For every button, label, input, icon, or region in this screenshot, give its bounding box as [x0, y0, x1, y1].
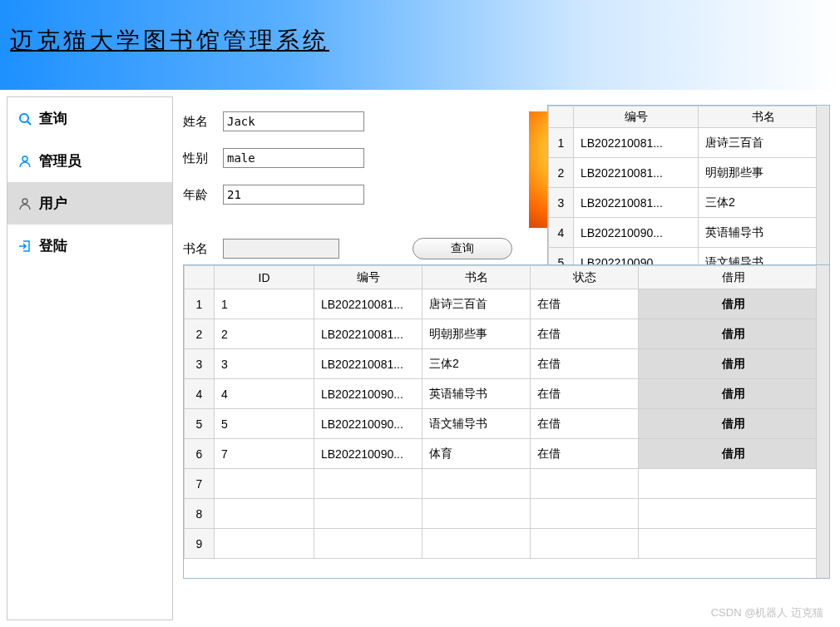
cell-code	[314, 499, 422, 529]
sidebar-item-search[interactable]: 查询	[7, 97, 172, 140]
table-row[interactable]: 3 3 LB202210081... 三体2 在借 借用	[185, 349, 829, 379]
svg-point-0	[20, 114, 28, 122]
cell-name: 明朝那些事	[422, 319, 531, 349]
row-index: 1	[185, 289, 215, 319]
name-label: 姓名	[183, 114, 216, 130]
table-row[interactable]: 1 1 LB202210081... 唐诗三百首 在借 借用	[185, 289, 829, 319]
cell-id: 1	[215, 289, 314, 319]
books-table: ID 编号 书名 状态 借用 1 1 LB202210081... 唐诗三百首 …	[183, 264, 830, 579]
borrow-button[interactable]: 借用	[639, 349, 829, 379]
table-row[interactable]: 7	[185, 469, 829, 499]
row-index: 2	[549, 158, 574, 188]
cell-code: LB202210090...	[314, 439, 422, 469]
table-row[interactable]: 4 LB202210090... 英语辅导书	[549, 218, 829, 248]
row-index: 2	[185, 319, 215, 349]
book-label: 书名	[183, 241, 216, 257]
table-row[interactable]: 6 7 LB202210090... 体育 在借 借用	[185, 439, 829, 469]
search-icon	[17, 111, 32, 126]
borrow-button[interactable]: 借用	[639, 439, 829, 469]
cell-name: 三体2	[699, 188, 829, 218]
cell-status	[531, 529, 639, 559]
borrow-button[interactable]: 借用	[639, 409, 829, 439]
row-index: 9	[185, 529, 215, 559]
borrow-button[interactable]: 借用	[639, 319, 829, 349]
table-row[interactable]: 5 5 LB202210090... 语文辅导书 在借 借用	[185, 409, 829, 439]
borrow-button[interactable]: 借用	[639, 379, 829, 409]
cell-code: LB202210090...	[574, 218, 699, 248]
row-index: 1	[549, 128, 574, 158]
cell-code	[314, 529, 422, 559]
table-row[interactable]: 8	[185, 499, 829, 529]
table-row[interactable]: 2 2 LB202210081... 明朝那些事 在借 借用	[185, 319, 829, 349]
sidebar-item-label: 管理员	[39, 151, 82, 170]
cell-name: 英语辅导书	[422, 379, 531, 409]
search-button[interactable]: 查询	[413, 238, 512, 259]
cell-code: LB202210081...	[314, 319, 422, 349]
col-code[interactable]: 编号	[314, 266, 422, 289]
table-row[interactable]: 2 LB202210081... 明朝那些事	[549, 158, 829, 188]
cell-id: 5	[215, 409, 314, 439]
cell-name: 英语辅导书	[699, 218, 829, 248]
col-borrow[interactable]: 借用	[639, 266, 829, 289]
table-corner	[185, 266, 215, 289]
gender-label: 性别	[183, 151, 216, 166]
cell-name: 唐诗三百首	[699, 128, 829, 158]
sidebar-item-label: 查询	[39, 109, 67, 128]
table-row[interactable]: 4 4 LB202210090... 英语辅导书 在借 借用	[185, 379, 829, 409]
gender-field[interactable]	[223, 148, 364, 168]
cell-name	[422, 469, 531, 499]
sidebar-item-login[interactable]: 登陆	[7, 225, 172, 267]
sidebar-item-admin[interactable]: 管理员	[7, 140, 172, 182]
sidebar: 查询 管理员 用户 登陆	[7, 96, 173, 620]
cell-id	[215, 529, 314, 559]
age-field[interactable]	[223, 185, 364, 205]
row-index: 8	[185, 499, 215, 529]
sidebar-item-label: 用户	[39, 194, 67, 213]
watermark: CSDN @机器人 迈克猫	[711, 605, 823, 620]
name-field[interactable]	[223, 111, 364, 131]
row-index: 7	[185, 469, 215, 499]
cell-name: 唐诗三百首	[422, 289, 531, 319]
cell-status: 在借	[531, 349, 639, 379]
table-row[interactable]: 9	[185, 529, 829, 559]
col-id[interactable]: ID	[215, 266, 314, 289]
row-index: 4	[185, 379, 215, 409]
cell-code	[314, 469, 422, 499]
cell-id	[215, 499, 314, 529]
scrollbar[interactable]	[816, 265, 829, 578]
cell-code: LB202210081...	[574, 158, 699, 188]
borrowed-books-table: 编号 书名 1 LB202210081... 唐诗三百首2 LB20221008…	[547, 105, 830, 279]
scrollbar[interactable]	[816, 106, 829, 279]
cell-name: 体育	[422, 439, 531, 469]
col-code[interactable]: 编号	[574, 106, 699, 128]
content: 姓名 性别 年龄 书名 查询	[176, 90, 840, 627]
cell-id: 3	[215, 349, 314, 379]
cell-id	[215, 469, 314, 499]
cell-status	[531, 499, 639, 529]
cell-status: 在借	[531, 289, 639, 319]
borrow-button[interactable]: 借用	[639, 289, 829, 319]
col-status[interactable]: 状态	[531, 266, 639, 289]
cell-code: LB202210090...	[314, 379, 422, 409]
table-row[interactable]: 1 LB202210081... 唐诗三百首	[549, 128, 829, 158]
cell-code: LB202210081...	[574, 128, 699, 158]
cell-code: LB202210081...	[314, 349, 422, 379]
cell-empty	[639, 529, 829, 559]
table-corner	[549, 106, 574, 128]
cell-id: 7	[215, 439, 314, 469]
cell-code: LB202210081...	[314, 289, 422, 319]
table-row[interactable]: 3 LB202210081... 三体2	[549, 188, 829, 218]
svg-point-3	[22, 199, 27, 204]
person-icon	[17, 196, 32, 211]
col-name[interactable]: 书名	[422, 266, 531, 289]
col-name[interactable]: 书名	[699, 106, 829, 128]
sidebar-item-user[interactable]: 用户	[7, 182, 172, 225]
book-search-field[interactable]	[223, 239, 339, 259]
cell-name	[422, 499, 531, 529]
page-title: 迈克猫大学图书馆管理系统	[10, 25, 830, 57]
cell-status	[531, 469, 639, 499]
row-index: 5	[185, 409, 215, 439]
row-index: 4	[549, 218, 574, 248]
cell-name: 语文辅导书	[422, 409, 531, 439]
cell-name: 明朝那些事	[699, 158, 829, 188]
